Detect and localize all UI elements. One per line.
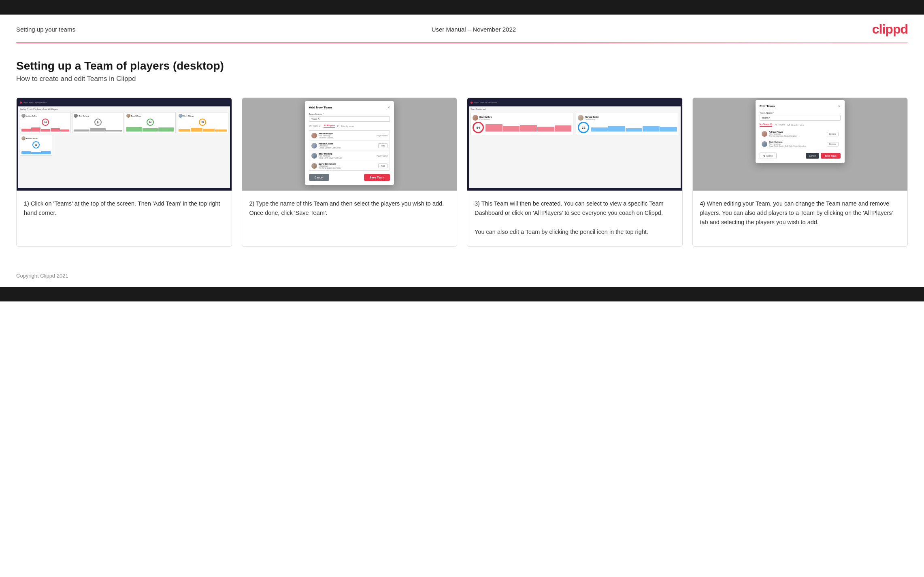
modal-edit-title: Edit Team	[760, 104, 775, 108]
modal-add-tab-myteam[interactable]: My Team (2)	[309, 125, 321, 128]
modal-add-close-icon[interactable]: ×	[387, 105, 390, 110]
top-bar	[0, 0, 924, 15]
page-subtitle: How to create and edit Teams in Clippd	[16, 75, 908, 83]
modal-add-footer: Cancel Save Team	[309, 174, 390, 181]
modal-edit-tab-allplayers[interactable]: All Players	[775, 123, 785, 127]
card-2: Add New Team × Team Name * Team A My Tea…	[242, 98, 458, 247]
list-item: Adrian Player Plus Handicap The Shire Lo…	[760, 129, 841, 139]
header-section-label: Setting up your teams	[16, 26, 75, 33]
remove-player-button[interactable]: Remove	[827, 132, 839, 136]
page-title: Setting up a Team of players (desktop)	[16, 59, 908, 72]
player-added-badge: Player Added	[377, 135, 387, 137]
list-item: Adrian Player Plus Handicap The Shire Lo…	[309, 131, 390, 141]
card-4-text: 4) When editing your Team, you can chang…	[693, 191, 908, 246]
modal-edit-save-button[interactable]: Save Team	[821, 153, 840, 159]
modal-edit-footer: 🗑 Delete Cancel Save Team	[760, 153, 841, 159]
card-1: clippd Home My Performance Finding 5 out…	[16, 98, 232, 247]
copyright-text: Copyright Clippd 2021	[16, 273, 68, 279]
header-manual-label: User Manual – November 2022	[432, 26, 516, 33]
bottom-bar	[0, 287, 924, 301]
modal-add-cancel-button[interactable]: Cancel	[309, 174, 329, 181]
modal-edit-close-icon[interactable]: ×	[838, 104, 841, 108]
list-item: Dave Billingham 5 Handicap The Ging Magi…	[309, 161, 390, 171]
player-added-badge: Player Added	[377, 155, 387, 157]
list-item: Adrian Coliba 1 Handicap Central London …	[309, 141, 390, 151]
add-player-button[interactable]: Add	[378, 143, 387, 148]
modal-edit-delete-button[interactable]: 🗑 Delete	[760, 153, 777, 159]
card-1-screenshot: clippd Home My Performance Finding 5 out…	[17, 98, 232, 191]
main-content: Setting up a Team of players (desktop) H…	[0, 43, 924, 267]
card-1-text: 1) Click on 'Teams' at the top of the sc…	[17, 191, 232, 246]
modal-add-player-list: Adrian Player Plus Handicap The Shire Lo…	[309, 130, 390, 171]
modal-edit-cancel-button[interactable]: Cancel	[806, 153, 819, 159]
header-logo: clippd	[872, 22, 908, 37]
modal-add-tab-allplayers[interactable]: All Players	[324, 124, 335, 128]
modal-add-team-name-input[interactable]: Team A	[309, 116, 390, 122]
list-item: Blair McHarg Plus Handicap Royal North D…	[760, 139, 841, 149]
modal-add-title: Add New Team	[309, 106, 332, 109]
cards-grid: clippd Home My Performance Finding 5 out…	[16, 98, 908, 247]
card-2-text: 2) Type the name of this Team and then s…	[242, 191, 457, 246]
header: Setting up your teams User Manual – Nove…	[0, 15, 924, 42]
list-item: Blair McHarg Plus Handicap Royal North D…	[309, 151, 390, 161]
card-4-screenshot: Edit Team × Team Name * Team A My Team (…	[693, 98, 908, 191]
modal-add-team-name-label: Team Name *	[309, 113, 390, 115]
trash-icon: 🗑	[763, 155, 766, 157]
card-3: clippd Home My Performance Team Dashboar…	[467, 98, 683, 247]
modal-edit-team-name-label: Team Name *	[760, 112, 841, 114]
modal-add-save-button[interactable]: Save Team	[364, 174, 390, 181]
modal-edit-team-name-input[interactable]: Team A	[760, 115, 841, 121]
card-3-text: 3) This Team will then be created. You c…	[467, 191, 682, 246]
modal-add-filter[interactable]: Filter by name	[337, 125, 354, 127]
modal-edit-filter[interactable]: Filter by name	[788, 124, 804, 126]
modal-edit-player-list: Adrian Player Plus Handicap The Shire Lo…	[760, 129, 841, 149]
footer: Copyright Clippd 2021	[0, 267, 924, 287]
card-2-screenshot: Add New Team × Team Name * Team A My Tea…	[242, 98, 457, 191]
card-4: Edit Team × Team Name * Team A My Team (…	[692, 98, 908, 247]
card-3-screenshot: clippd Home My Performance Team Dashboar…	[467, 98, 682, 191]
modal-edit-tab-myteam[interactable]: My Team (2)	[760, 123, 772, 127]
add-player-button[interactable]: Add	[378, 163, 387, 168]
remove-player-button[interactable]: Remove	[827, 142, 839, 146]
